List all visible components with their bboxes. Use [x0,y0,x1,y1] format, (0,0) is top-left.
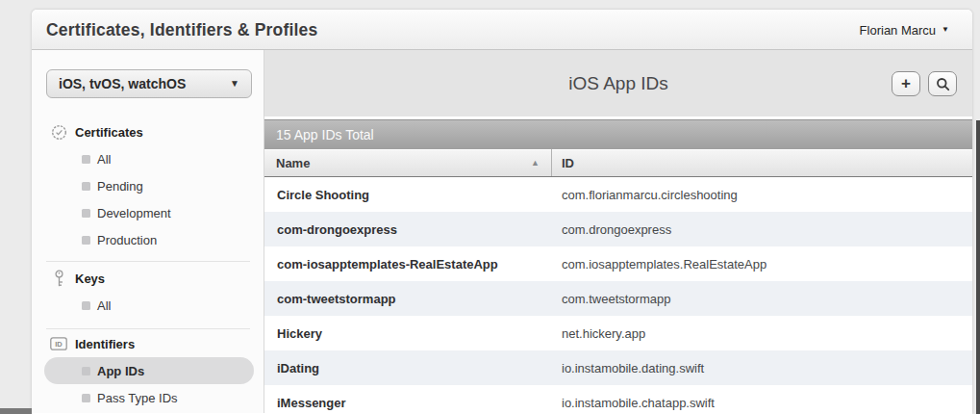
plus-icon: + [901,75,911,91]
add-app-id-button[interactable]: + [892,71,920,96]
main-panel: Certificates, Identifiers & Profiles Flo… [32,10,972,414]
sidebar-section-keys: Keys [50,269,264,288]
app-name-cell: com-drongoexpress [264,212,552,246]
app-id-cell: com.iosapptemplates.RealEstateApp [552,246,972,281]
bullet-icon [82,367,90,375]
sidebar-item-keys-all[interactable]: All [82,292,264,319]
sidebar-item-certificates-all[interactable]: All [82,145,264,172]
bullet-icon [82,155,90,164]
platform-selector-label: iOS, tvOS, watchOS [59,76,186,91]
page-title: Certificates, Identifiers & Profiles [46,10,317,50]
column-label: Name [276,156,310,170]
key-icon [50,269,67,288]
bullet-icon [82,236,90,245]
sidebar-section-certificates: Certificates [50,122,264,142]
sidebar-section-identifiers: ID Identifiers [50,334,264,353]
id-badge-text: ID [55,340,63,349]
window-edge-strip [0,408,32,414]
account-menu[interactable]: Florian Marcu ▼ [860,10,949,50]
table-row[interactable]: com-iosapptemplates-RealEstateApp com.io… [264,246,972,281]
sort-asc-icon: ▲ [531,158,540,168]
app-id-cell: net.hickery.app [552,316,972,350]
sidebar-item-development[interactable]: Development [82,199,264,226]
table-summary-bar: 15 App IDs Total [264,119,972,149]
content-title: iOS App IDs [264,50,972,116]
search-button[interactable] [928,71,957,96]
app-id-cell: io.instamobile.chatapp.swift [552,385,972,413]
certificate-seal-icon [50,122,67,142]
app-name-cell: iDating [264,350,552,385]
table-column-headers: Name ▲ ID [264,149,972,177]
content-area: iOS App IDs + [264,50,972,413]
chevron-down-icon: ▼ [230,79,239,89]
sidebar-section-label: Identifiers [75,337,135,351]
app-name-cell: iMessenger [264,385,552,413]
sidebar-section-label: Keys [75,272,105,286]
table-row[interactable]: Circle Shooting com.florianmarcu.circles… [264,177,972,212]
app-header: Certificates, Identifiers & Profiles Flo… [32,10,972,50]
id-badge-icon: ID [50,334,67,353]
app-name-cell: Circle Shooting [264,177,552,212]
table-row[interactable]: Hickery net.hickery.app [264,316,972,350]
sidebar-item-production[interactable]: Production [82,226,264,253]
table-row[interactable]: com-tweetstormapp com.tweetstormapp [264,281,972,316]
platform-selector-dropdown[interactable]: iOS, tvOS, watchOS ▼ [46,69,252,98]
app-name-cell: Hickery [264,316,552,350]
sidebar-section-label: Certificates [75,125,143,140]
bullet-icon [82,182,90,191]
column-label: ID [562,156,574,170]
sidebar-item-label: Production [97,233,157,247]
sidebar-item-label: Development [97,206,171,220]
sidebar-item-app-ids[interactable]: App IDs [44,357,254,384]
column-header-id[interactable]: ID [552,149,972,176]
toolbar: + [892,71,957,96]
sidebar: iOS, tvOS, watchOS ▼ Certificates All Pe… [32,50,264,413]
app-name-cell: com-iosapptemplates-RealEstateApp [264,246,552,281]
sidebar-item-label: All [97,298,111,313]
search-icon [936,77,950,91]
bullet-icon [82,394,90,402]
sidebar-item-label: Pass Type IDs [97,391,178,405]
table-row[interactable]: iMessenger io.instamobile.chatapp.swift [264,385,972,413]
app-id-cell: com.florianmarcu.circleshooting [552,177,972,212]
table-row[interactable]: com-drongoexpress com.drongoexpress [264,212,972,246]
column-header-name[interactable]: Name ▲ [264,149,552,176]
app-id-cell: io.instamobile.dating.swift [552,350,972,385]
sidebar-item-label: All [97,152,111,167]
table-row[interactable]: iDating io.instamobile.dating.swift [264,350,972,385]
window-edge-strip [976,120,980,414]
content-header: iOS App IDs + [264,50,972,116]
sidebar-item-pending[interactable]: Pending [82,172,264,199]
sidebar-divider [46,328,250,329]
account-name: Florian Marcu [860,23,936,38]
panel-body: iOS, tvOS, watchOS ▼ Certificates All Pe… [32,50,972,413]
app-id-cell: com.drongoexpress [552,212,972,246]
app-name-cell: com-tweetstormapp [264,281,552,316]
table-body: Circle Shooting com.florianmarcu.circles… [264,177,972,413]
bullet-icon [82,301,90,310]
sidebar-item-pass-type-ids[interactable]: Pass Type IDs [82,384,264,411]
sidebar-divider [46,261,250,262]
app-id-cell: com.tweetstormapp [552,281,972,316]
sidebar-item-label: App IDs [97,364,144,378]
chevron-down-icon: ▼ [942,26,949,34]
bullet-icon [82,209,90,218]
sidebar-item-label: Pending [97,179,143,194]
table-summary: 15 App IDs Total [276,127,374,142]
